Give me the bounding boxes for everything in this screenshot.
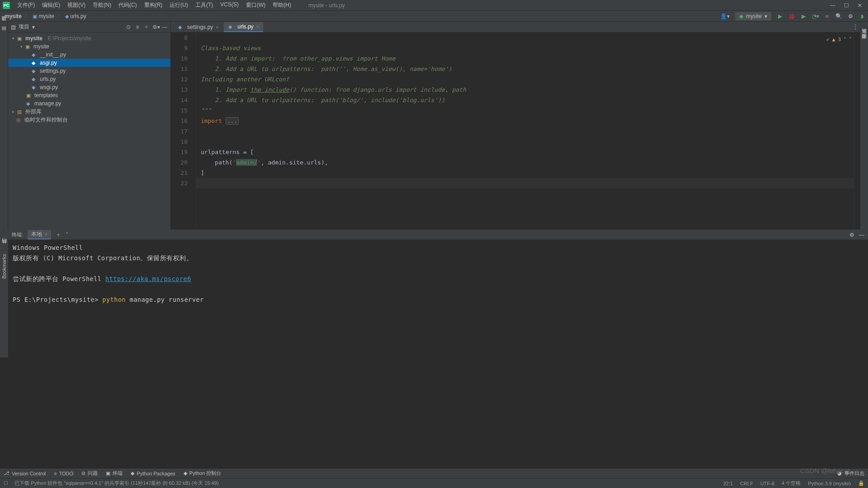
menu-navigate[interactable]: 导航(N) [89, 1, 115, 9]
run-config-label: mysite [746, 13, 762, 19]
tree-root[interactable]: ▾▣mysite E:\Projects\mysite [8, 34, 170, 42]
status-position[interactable]: 22:1 [723, 481, 733, 486]
run-config-select[interactable]: ◆ mysite ▾ [735, 12, 771, 20]
chevron-down-icon[interactable]: ▾ [32, 24, 35, 30]
terminal-gear-icon[interactable]: ⚙ [849, 232, 854, 238]
settings-icon[interactable]: ⚙ [847, 13, 854, 19]
tree-manage[interactable]: ◆manage.py [8, 99, 170, 108]
hide-icon[interactable]: — [161, 24, 168, 30]
tree-file[interactable]: ◆urls.py [8, 75, 170, 83]
tool-terminal[interactable]: ▣终端 [106, 470, 123, 477]
status-toggle-icon[interactable]: ☐ [4, 480, 8, 486]
tool-python-packages[interactable]: ◆Python Packages [131, 470, 175, 476]
pycharm-icon: PC [3, 2, 10, 9]
menu-window[interactable]: 窗口(W) [242, 1, 269, 9]
inspection-widget[interactable]: ✔ ▲3 ˄˅ [826, 34, 852, 45]
assist-icon[interactable]: ◗ [859, 13, 865, 19]
menu-code[interactable]: 代码(C) [115, 1, 141, 9]
coverage-icon[interactable]: ▶ [800, 13, 807, 19]
right-tool-stripe: 通知 数据库 [860, 22, 868, 230]
python-file-icon: ◆ [65, 14, 69, 19]
close-icon[interactable]: ✕ [857, 3, 863, 8]
locate-icon[interactable]: ⊙ [125, 24, 132, 30]
tab-settings[interactable]: ◆settings.py× [174, 22, 223, 32]
menu-tools[interactable]: 工具(T) [192, 1, 217, 9]
error-stripe[interactable] [854, 33, 860, 230]
tree-ext-libs[interactable]: ▸▥外部库 [8, 108, 170, 116]
expand-icon[interactable]: ≡ [134, 24, 141, 30]
tool-python-console[interactable]: ◆Python 控制台 [184, 470, 221, 477]
crumb-folder[interactable]: ▣ mysite [31, 13, 56, 19]
status-lock-icon[interactable]: 🔒 [858, 480, 864, 486]
tool-todo[interactable]: ≡TODO [54, 471, 73, 476]
tree-templates[interactable]: ▣templates [8, 91, 170, 99]
status-indent[interactable]: 4 个空格 [782, 480, 801, 487]
tree-scratch[interactable]: ◎临时文件和控制台 [8, 116, 170, 124]
menu-refactor[interactable]: 重构(R) [141, 1, 166, 9]
gear-icon[interactable]: ⚙▾ [152, 24, 159, 30]
crumb-file[interactable]: ◆ urls.py [63, 13, 88, 19]
tool-problems[interactable]: ⊘问题 [81, 470, 98, 477]
user-icon[interactable]: 👤▾ [720, 13, 730, 19]
status-interpreter[interactable]: Python 3.9 (mysite) [808, 481, 851, 486]
tree-pkg[interactable]: ▾▣mysite [8, 42, 170, 51]
collapse-icon[interactable]: ÷ [143, 24, 150, 30]
code-text[interactable]: Class-based views 1. Add an import: from… [196, 33, 854, 230]
minimize-icon[interactable]: — [830, 3, 835, 8]
package-icon: ▣ [25, 44, 32, 50]
tree-file[interactable]: ◆__init__.py [8, 51, 170, 59]
menu-run[interactable]: 运行(U) [166, 1, 192, 9]
menu-file[interactable]: 文件(F) [14, 1, 38, 9]
maximize-icon[interactable]: ☐ [844, 3, 849, 8]
tab-urls[interactable]: ◆urls.py× [224, 22, 263, 32]
close-tab-icon[interactable]: × [256, 24, 259, 29]
terminal-line: 版权所有 (C) Microsoft Corporation。保留所有权利。 [13, 253, 863, 263]
tree-file[interactable]: ◆settings.py [8, 67, 170, 75]
menu-edit[interactable]: 编辑(E) [38, 1, 64, 9]
chevron-up-icon[interactable]: ˄ [844, 34, 846, 45]
search-icon[interactable]: 🔍 [835, 13, 842, 19]
terminal-hide-icon[interactable]: — [859, 232, 864, 238]
python-file-icon: ◆ [32, 52, 38, 58]
project-tool-stripe[interactable]: ▤ 项目 [0, 22, 8, 230]
close-tab-icon[interactable]: × [45, 232, 47, 237]
tree-file-selected[interactable]: ◆asgi.py [8, 59, 170, 67]
menu-vcs[interactable]: VCS(S) [217, 1, 242, 9]
status-message: 已下载 Python 软件包 "sqlparse==0.4.1" 的共享索引 (… [14, 480, 219, 487]
sidebar-header: ▤ 项目 ▾ ⊙ ≡ ÷ ⚙▾ — [8, 22, 170, 33]
title-bar: PC 文件(F) 编辑(E) 视图(V) 导航(N) 代码(C) 重构(R) 运… [0, 0, 868, 11]
code-area[interactable]: ✔ ▲3 ˄˅ 8910111213141516171819202122 Cla… [171, 33, 860, 230]
navigation-bar: mysite 〉 ▣ mysite 〉 ◆ urls.py 👤▾ ◆ mysit… [0, 11, 868, 22]
sidebar-title: 项目 [19, 23, 29, 31]
notifications-tool[interactable]: 通知 [860, 22, 868, 27]
django-icon: ◆ [739, 13, 743, 19]
scratch-icon: ◎ [16, 117, 23, 123]
pscore-link[interactable]: https://aka.ms/pscore6 [105, 275, 191, 282]
chevron-down-icon[interactable]: ˅ [849, 34, 852, 45]
stop-icon[interactable]: ■ [824, 13, 830, 19]
python-file-icon: ◆ [32, 76, 38, 82]
status-eol[interactable]: CRLF [740, 481, 753, 486]
database-tool[interactable]: 数据库 [860, 27, 868, 33]
close-tab-icon[interactable]: × [216, 25, 218, 30]
new-terminal-icon[interactable]: ＋ [56, 231, 61, 239]
status-encoding[interactable]: UTF-8 [760, 481, 774, 486]
window-title: mysite - urls.py [295, 2, 830, 9]
folder-icon: ▣ [17, 36, 24, 42]
tree-file[interactable]: ◆wsgi.py [8, 83, 170, 91]
profile-icon[interactable]: ◔▾ [812, 13, 818, 19]
run-icon[interactable]: ▶ [777, 13, 783, 19]
terminal-chevron-icon[interactable]: ˅ [66, 232, 68, 238]
terminal-tab-local[interactable]: 本地× [28, 230, 51, 239]
event-log[interactable]: ◕事件日志 [837, 470, 864, 477]
menu-help[interactable]: 帮助(H) [269, 1, 295, 9]
terminal-body[interactable]: Windows PowerShell 版权所有 (C) Microsoft Co… [8, 240, 868, 357]
tab-more-icon[interactable]: ⋮ [853, 23, 858, 30]
crumb-project[interactable]: mysite [3, 13, 24, 19]
debug-icon[interactable]: 🐞 [788, 13, 795, 19]
terminal-label: 终端: [12, 231, 23, 238]
folder-icon: ▣ [33, 14, 37, 19]
tool-version-control[interactable]: ⎇Version Control [4, 470, 46, 476]
bookmarks-tool[interactable]: Bookmarks [1, 254, 7, 279]
menu-view[interactable]: 视图(V) [64, 1, 89, 9]
